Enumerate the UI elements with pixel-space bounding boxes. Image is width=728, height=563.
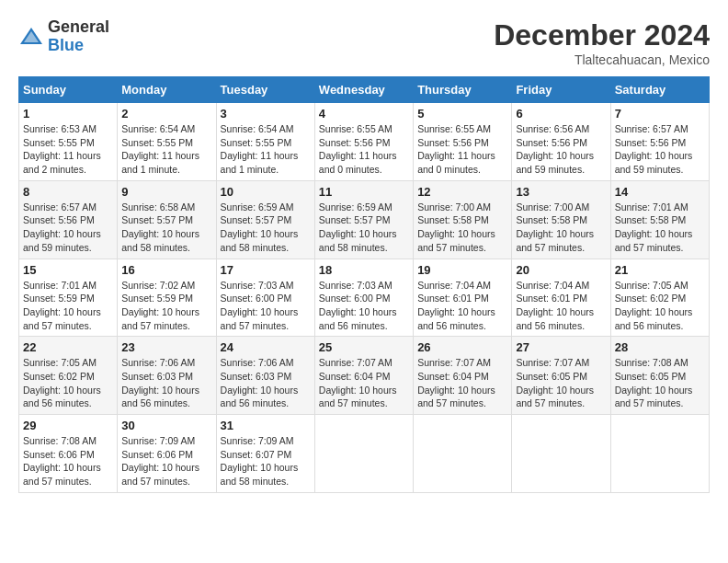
day-info: Sunrise: 7:09 AMSunset: 6:07 PMDaylight:… bbox=[221, 434, 311, 488]
calendar-table: SundayMondayTuesdayWednesdayThursdayFrid… bbox=[18, 76, 710, 493]
column-header-thursday: Thursday bbox=[414, 77, 512, 103]
day-info: Sunrise: 7:01 AMSunset: 5:59 PMDaylight:… bbox=[23, 279, 113, 333]
column-header-wednesday: Wednesday bbox=[314, 77, 413, 103]
calendar-cell: 21Sunrise: 7:05 AMSunset: 6:02 PMDayligh… bbox=[610, 259, 709, 337]
day-info: Sunrise: 7:04 AMSunset: 6:01 PMDaylight:… bbox=[516, 279, 606, 333]
day-info: Sunrise: 6:56 AMSunset: 5:56 PMDaylight:… bbox=[516, 122, 606, 177]
column-header-tuesday: Tuesday bbox=[216, 77, 314, 103]
day-info: Sunrise: 7:08 AMSunset: 6:05 PMDaylight:… bbox=[615, 356, 705, 410]
day-number: 29 bbox=[23, 419, 113, 432]
calendar-cell: 24Sunrise: 7:06 AMSunset: 6:03 PMDayligh… bbox=[216, 337, 314, 415]
day-number: 25 bbox=[319, 340, 409, 354]
day-number: 16 bbox=[121, 263, 211, 277]
day-info: Sunrise: 6:55 AMSunset: 5:56 PMDaylight:… bbox=[417, 122, 507, 177]
column-header-monday: Monday bbox=[118, 77, 216, 103]
day-number: 17 bbox=[221, 263, 311, 277]
page-title: December 2024 bbox=[494, 18, 710, 52]
day-info: Sunrise: 7:04 AMSunset: 6:01 PMDaylight:… bbox=[417, 279, 507, 333]
day-number: 7 bbox=[615, 107, 705, 121]
calendar-cell: 25Sunrise: 7:07 AMSunset: 6:04 PMDayligh… bbox=[314, 337, 413, 415]
calendar-week-row: 1Sunrise: 6:53 AMSunset: 5:55 PMDaylight… bbox=[19, 103, 710, 181]
day-info: Sunrise: 6:55 AMSunset: 5:56 PMDaylight:… bbox=[319, 122, 409, 177]
location-subtitle: Tlaltecahuacan, Mexico bbox=[494, 52, 710, 67]
calendar-cell: 19Sunrise: 7:04 AMSunset: 6:01 PMDayligh… bbox=[414, 259, 512, 337]
calendar-cell: 31Sunrise: 7:09 AMSunset: 6:07 PMDayligh… bbox=[216, 415, 314, 493]
calendar-cell: 22Sunrise: 7:05 AMSunset: 6:02 PMDayligh… bbox=[19, 337, 118, 415]
logo-icon bbox=[18, 24, 44, 50]
calendar-week-row: 29Sunrise: 7:08 AMSunset: 6:06 PMDayligh… bbox=[19, 415, 710, 493]
day-number: 3 bbox=[221, 107, 311, 121]
logo-text: General Blue bbox=[48, 18, 109, 55]
calendar-cell: 2Sunrise: 6:54 AMSunset: 5:55 PMDaylight… bbox=[118, 103, 216, 181]
calendar-cell: 15Sunrise: 7:01 AMSunset: 5:59 PMDayligh… bbox=[19, 259, 118, 337]
day-number: 8 bbox=[23, 185, 113, 199]
day-number: 20 bbox=[516, 263, 606, 277]
day-info: Sunrise: 7:07 AMSunset: 6:04 PMDaylight:… bbox=[319, 356, 409, 410]
calendar-cell: 10Sunrise: 6:59 AMSunset: 5:57 PMDayligh… bbox=[216, 180, 314, 259]
day-number: 22 bbox=[23, 340, 113, 354]
calendar-cell: 27Sunrise: 7:07 AMSunset: 6:05 PMDayligh… bbox=[512, 337, 610, 415]
calendar-cell: 20Sunrise: 7:04 AMSunset: 6:01 PMDayligh… bbox=[512, 259, 610, 337]
day-info: Sunrise: 6:54 AMSunset: 5:55 PMDaylight:… bbox=[221, 122, 311, 177]
column-header-friday: Friday bbox=[512, 77, 610, 103]
day-number: 13 bbox=[516, 185, 606, 199]
day-number: 9 bbox=[121, 185, 211, 199]
calendar-cell: 17Sunrise: 7:03 AMSunset: 6:00 PMDayligh… bbox=[216, 259, 314, 337]
day-number: 24 bbox=[221, 340, 311, 354]
day-info: Sunrise: 7:08 AMSunset: 6:06 PMDaylight:… bbox=[23, 434, 113, 488]
day-number: 21 bbox=[615, 263, 705, 277]
day-number: 11 bbox=[319, 185, 409, 199]
title-block: December 2024 Tlaltecahuacan, Mexico bbox=[494, 18, 710, 67]
logo-general: General bbox=[48, 18, 109, 37]
calendar-cell: 14Sunrise: 7:01 AMSunset: 5:58 PMDayligh… bbox=[610, 180, 709, 259]
calendar-cell: 3Sunrise: 6:54 AMSunset: 5:55 PMDaylight… bbox=[216, 103, 314, 181]
calendar-cell bbox=[414, 415, 512, 493]
calendar-cell: 18Sunrise: 7:03 AMSunset: 6:00 PMDayligh… bbox=[314, 259, 413, 337]
day-info: Sunrise: 7:00 AMSunset: 5:58 PMDaylight:… bbox=[516, 201, 606, 255]
day-info: Sunrise: 7:07 AMSunset: 6:04 PMDaylight:… bbox=[417, 356, 507, 410]
day-info: Sunrise: 7:06 AMSunset: 6:03 PMDaylight:… bbox=[221, 356, 311, 410]
calendar-cell bbox=[610, 415, 709, 493]
day-info: Sunrise: 7:00 AMSunset: 5:58 PMDaylight:… bbox=[417, 201, 507, 255]
calendar-cell: 23Sunrise: 7:06 AMSunset: 6:03 PMDayligh… bbox=[118, 337, 216, 415]
calendar-cell: 4Sunrise: 6:55 AMSunset: 5:56 PMDaylight… bbox=[314, 103, 413, 181]
day-info: Sunrise: 7:02 AMSunset: 5:59 PMDaylight:… bbox=[121, 279, 211, 333]
calendar-cell: 5Sunrise: 6:55 AMSunset: 5:56 PMDaylight… bbox=[414, 103, 512, 181]
day-number: 14 bbox=[615, 185, 705, 199]
day-info: Sunrise: 7:09 AMSunset: 6:06 PMDaylight:… bbox=[121, 434, 211, 488]
column-header-sunday: Sunday bbox=[19, 77, 118, 103]
day-number: 23 bbox=[121, 340, 211, 354]
day-number: 18 bbox=[319, 263, 409, 277]
day-number: 26 bbox=[417, 340, 507, 354]
day-info: Sunrise: 7:07 AMSunset: 6:05 PMDaylight:… bbox=[516, 356, 606, 410]
day-number: 30 bbox=[121, 419, 211, 432]
day-number: 28 bbox=[615, 340, 705, 354]
day-info: Sunrise: 6:57 AMSunset: 5:56 PMDaylight:… bbox=[23, 201, 113, 255]
day-number: 4 bbox=[319, 107, 409, 121]
day-info: Sunrise: 7:05 AMSunset: 6:02 PMDaylight:… bbox=[23, 356, 113, 410]
day-number: 15 bbox=[23, 263, 113, 277]
day-number: 10 bbox=[221, 185, 311, 199]
column-header-saturday: Saturday bbox=[610, 77, 709, 103]
calendar-week-row: 15Sunrise: 7:01 AMSunset: 5:59 PMDayligh… bbox=[19, 259, 710, 337]
day-info: Sunrise: 7:05 AMSunset: 6:02 PMDaylight:… bbox=[615, 279, 705, 333]
day-number: 27 bbox=[516, 340, 606, 354]
calendar-week-row: 8Sunrise: 6:57 AMSunset: 5:56 PMDaylight… bbox=[19, 180, 710, 259]
calendar-cell: 7Sunrise: 6:57 AMSunset: 5:56 PMDaylight… bbox=[610, 103, 709, 181]
day-number: 19 bbox=[417, 263, 507, 277]
day-number: 1 bbox=[23, 107, 113, 121]
day-info: Sunrise: 6:59 AMSunset: 5:57 PMDaylight:… bbox=[221, 201, 311, 255]
calendar-cell: 6Sunrise: 6:56 AMSunset: 5:56 PMDaylight… bbox=[512, 103, 610, 181]
day-info: Sunrise: 7:06 AMSunset: 6:03 PMDaylight:… bbox=[121, 356, 211, 410]
calendar-cell: 26Sunrise: 7:07 AMSunset: 6:04 PMDayligh… bbox=[414, 337, 512, 415]
calendar-cell: 28Sunrise: 7:08 AMSunset: 6:05 PMDayligh… bbox=[610, 337, 709, 415]
day-info: Sunrise: 6:59 AMSunset: 5:57 PMDaylight:… bbox=[319, 201, 409, 255]
calendar-cell: 30Sunrise: 7:09 AMSunset: 6:06 PMDayligh… bbox=[118, 415, 216, 493]
day-number: 6 bbox=[516, 107, 606, 121]
calendar-cell: 12Sunrise: 7:00 AMSunset: 5:58 PMDayligh… bbox=[414, 180, 512, 259]
day-info: Sunrise: 6:57 AMSunset: 5:56 PMDaylight:… bbox=[615, 122, 705, 177]
calendar-cell: 11Sunrise: 6:59 AMSunset: 5:57 PMDayligh… bbox=[314, 180, 413, 259]
day-info: Sunrise: 7:01 AMSunset: 5:58 PMDaylight:… bbox=[615, 201, 705, 255]
calendar-cell bbox=[512, 415, 610, 493]
day-info: Sunrise: 6:53 AMSunset: 5:55 PMDaylight:… bbox=[23, 122, 113, 177]
